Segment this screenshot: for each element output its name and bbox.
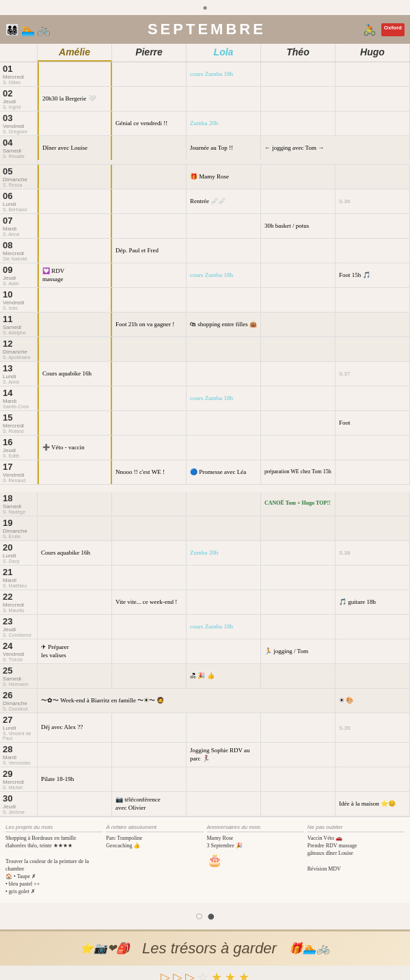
event-27-theo: [261, 713, 336, 742]
event-21-lola: [187, 566, 261, 590]
event-09-theo: [261, 263, 336, 287]
event-18-lola: [187, 492, 261, 516]
note-todo-content: Parc Trampoline Geocaching 👍: [106, 834, 203, 849]
event-21-hugo: [336, 566, 410, 590]
day-22: 22 Mercredi S. Maurits: [0, 590, 38, 614]
event-01-hugo: [336, 62, 410, 86]
event-05-hugo: [336, 165, 410, 189]
column-headers: Amélie Pierre Lola Théo Hugo: [0, 44, 410, 62]
event-14-lola: cours Zumba 18h: [187, 386, 261, 410]
day-14: 14 Mardi Sainte-Croix: [0, 386, 38, 410]
treasure-icons-left: ⭐📷❤🎒: [80, 942, 130, 955]
table-row: 27 Lundi S. Vincent de Paul Déj avec Ale…: [0, 713, 410, 743]
table-row: 16 Jeudi S. Edith ➕ Véto - vaccin: [0, 436, 410, 460]
table-row: 12 Dimanche S. Apollinaire: [0, 337, 410, 362]
event-23-lola: cours Zumba 18h: [187, 615, 261, 639]
event-15-pierre: [112, 411, 187, 435]
table-row: 08 Mercredi Ste Nativité Dép. Paul et Fr…: [0, 239, 410, 263]
table-row: 17 Vendredi S. Renaud Nnooo !! c'est WE …: [0, 460, 410, 485]
calendar-week2: 18 Samedi S. Nadège CANOË Tom + Hugo TOP…: [0, 492, 410, 817]
treasures-title: Les trésors à garder: [142, 940, 277, 957]
event-04-lola: Journée au Top !!: [187, 136, 261, 160]
table-row: 05 Dimanche S. Rossa 🎁 Mamy Rose: [0, 165, 410, 189]
event-30-pierre: 📷 téléconférenceavec Olivier: [112, 792, 187, 816]
event-14-pierre: [112, 386, 187, 410]
event-16-theo: [261, 436, 336, 460]
event-02-lola: [187, 87, 261, 111]
day-06: 06 Lundi S. Bertrand: [0, 189, 38, 213]
col-theo: Théo: [261, 44, 336, 62]
event-21-amelie: [38, 566, 112, 590]
day-27: 27 Lundi S. Vincent de Paul: [0, 713, 38, 742]
event-19-amelie: [38, 516, 112, 540]
note-forget-content: Vaccin Véto 🚗 Prendre RDV massage gâteau…: [308, 834, 405, 873]
table-row: 15 Mercredi S. Roland Foot: [0, 411, 410, 436]
event-24-lola: [187, 639, 261, 663]
table-row: 19 Dimanche S. Émile: [0, 516, 410, 541]
note-anniv: Anniversaires du mois Mamy Rose 3 Septem…: [207, 824, 304, 896]
event-13-hugo: S.37: [336, 362, 410, 386]
event-27-lola: [187, 713, 261, 742]
day-21: 21 Mardi S. Matthieu: [0, 566, 38, 590]
event-03-hugo: [336, 111, 410, 135]
event-10-amelie: [38, 288, 112, 312]
event-03-theo: [261, 111, 336, 135]
col-blank: [0, 44, 38, 62]
event-11-theo: [261, 313, 336, 336]
event-04-pierre: [112, 136, 187, 160]
event-08-pierre: Dép. Paul et Fred: [112, 239, 187, 263]
page-dots: ○ ●: [0, 903, 410, 929]
day-07: 07 Mardi S. Anne: [0, 214, 38, 238]
event-22-hugo: 🎵 guitare 18h: [336, 590, 410, 614]
event-22-amelie: [38, 590, 112, 614]
event-12-amelie: [38, 337, 112, 361]
event-18-amelie: [38, 492, 112, 516]
day-16: 16 Jeudi S. Edith: [0, 436, 38, 460]
event-17-theo: préparation WE chez Tom 15h: [261, 460, 336, 484]
event-13-theo: [261, 362, 336, 386]
event-10-pierre: [112, 288, 187, 312]
day-19: 19 Dimanche S. Émile: [0, 516, 38, 540]
event-18-pierre: [112, 492, 187, 516]
event-17-amelie: [38, 460, 112, 484]
event-07-hugo: [336, 214, 410, 238]
header-stickers-right: 🚴 Oxford: [357, 23, 410, 36]
event-29-lola: [187, 767, 261, 791]
month-title: SEPTEMBRE: [56, 15, 357, 44]
col-hugo: Hugo: [336, 44, 410, 62]
col-pierre: Pierre: [112, 44, 187, 62]
table-row: 01 Mercredi S. Gilles cours Zumba 18h: [0, 62, 410, 87]
event-12-lola: [187, 337, 261, 361]
event-27-hugo: S.39: [336, 713, 410, 742]
table-row: 26 Dimanche S. Coustout 〜✿〜 Week-end à B…: [0, 689, 410, 713]
day-28: 28 Mardi S. Venceslas: [0, 743, 38, 767]
event-22-pierre: Vite vite... ce week-end !: [112, 590, 187, 614]
event-02-hugo: [336, 87, 410, 111]
event-02-pierre: [112, 87, 187, 111]
calendar-week1: 01 Mercredi S. Gilles cours Zumba 18h 02…: [0, 62, 410, 485]
event-27-pierre: [112, 713, 187, 742]
event-16-lola: [187, 436, 261, 460]
event-10-theo: [261, 288, 336, 312]
event-16-hugo: [336, 436, 410, 460]
sticker-star-4: ★: [238, 970, 249, 981]
table-row: 29 Mercredi S. Michel Pilate 18-19h: [0, 767, 410, 792]
event-03-pierre: Génial ce vendredi !!: [112, 111, 187, 135]
day-12: 12 Dimanche S. Apollinaire: [0, 337, 38, 361]
event-21-theo: [261, 566, 336, 590]
event-26-hugo: ☀ 🎨: [336, 689, 410, 713]
event-15-amelie: [38, 411, 112, 435]
event-20-theo: [261, 541, 336, 565]
table-row: 13 Lundi S. Aimé Cours aquabike 16h S.37: [0, 362, 410, 386]
event-23-hugo: [336, 615, 410, 639]
event-03-lola: Zumba 20h: [187, 111, 261, 135]
event-17-lola: 🔵 Promesse avec Léa: [187, 460, 261, 484]
note-projects-title: Les projets du mois: [5, 824, 102, 832]
event-19-pierre: [112, 516, 187, 540]
event-05-lola: 🎁 Mamy Rose: [187, 165, 261, 189]
day-09: 09 Jeudi S. Alain: [0, 263, 38, 287]
event-17-hugo: [336, 460, 410, 484]
day-23: 23 Jeudi S. Constance: [0, 615, 38, 639]
event-28-hugo: [336, 743, 410, 767]
event-30-hugo: Idée à la maison ⭐😊: [336, 792, 410, 816]
